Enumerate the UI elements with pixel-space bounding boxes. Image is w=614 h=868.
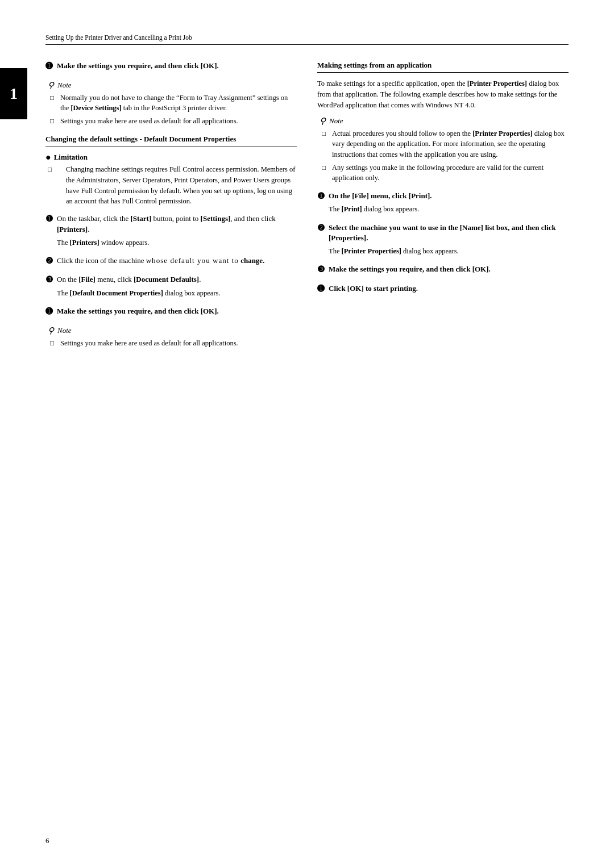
note1-title: ⚲ Note	[48, 80, 297, 90]
step4-top: ➊ Make the settings you require, and the…	[45, 61, 297, 72]
right-note-icon: ⚲	[320, 116, 326, 126]
note1-item1-text: Normally you do not have to change the “…	[60, 93, 297, 113]
limitation-block: ● Limitation □ Changing machine settings…	[45, 153, 297, 207]
right-note-item2: □ Any settings you make in the following…	[322, 162, 569, 183]
chapter-tab: 1	[0, 68, 27, 119]
note1-item1: □ Normally you do not have to change the…	[50, 93, 297, 113]
left-column: ➊ Make the settings you require, and the…	[45, 61, 297, 356]
step4-top-number: ➊	[45, 61, 55, 72]
limitation-item: □ Changing machine settings requires Ful…	[48, 164, 297, 207]
right-step4: ➊ Click [OK] to start printing.	[317, 283, 569, 295]
header-text: Setting Up the Printer Driver and Cancel…	[45, 34, 192, 41]
left-step3-result: The [Default Document Properties] dialog…	[57, 288, 297, 298]
right-note-item2-text: Any settings you make in the following p…	[332, 162, 569, 183]
note2-checkbox1: □	[50, 339, 57, 348]
right-step4-block: ➊ Click [OK] to start printing.	[317, 283, 569, 295]
note2-block: ⚲ Note □ Settings you make here are used…	[48, 326, 297, 348]
left-step2-block: ❷ Click the icon of the machine whose de…	[45, 256, 297, 267]
section-heading-default: Changing the default settings - Default …	[45, 134, 297, 147]
step4-top-text: Make the settings you require, and then …	[57, 61, 219, 72]
note1-label: Note	[57, 81, 72, 90]
note2-item1-text: Settings you make here are used as defau…	[60, 338, 238, 348]
right-step3-text: Make the settings you require, and then …	[329, 264, 491, 275]
note1-checkbox2: □	[50, 117, 57, 126]
right-step3-number: ❸	[317, 264, 326, 276]
right-step2-result: The [Printer Properties] dialog box appe…	[329, 246, 569, 256]
right-step1-block: ❶ On the [File] menu, click [Print]. The…	[317, 191, 569, 215]
note2-label: Note	[57, 326, 72, 335]
limitation-text: Changing machine settings requires Full …	[66, 164, 297, 207]
right-intro-para: To make settings for a specific applicat…	[317, 78, 569, 110]
left-step4-text: Make the settings you require, and then …	[57, 306, 219, 317]
left-step1-result: The [Printers] window appears.	[57, 237, 297, 248]
right-step4-text: Click [OK] to start printing.	[329, 283, 418, 294]
left-step3: ❸ On the [File] menu, click [Document De…	[45, 274, 297, 286]
note2-title: ⚲ Note	[48, 326, 297, 336]
left-step1: ❶ On the taskbar, click the [Start] butt…	[45, 214, 297, 235]
right-note-block: ⚲ Note □ Actual procedures you should fo…	[320, 116, 569, 183]
note1-item2-text: Settings you make here are used as defau…	[60, 116, 238, 126]
page: Setting Up the Printer Driver and Cancel…	[0, 0, 614, 868]
page-number: 6	[45, 836, 49, 845]
left-step2-number: ❷	[45, 256, 55, 267]
chapter-number: 1	[10, 85, 18, 103]
right-step2-text: Select the machine you want to use in th…	[329, 223, 569, 244]
note1-item2: □ Settings you make here are used as def…	[50, 116, 297, 126]
right-step1: ❶ On the [File] menu, click [Print].	[317, 191, 569, 202]
note2-item1: □ Settings you make here are used as def…	[50, 338, 297, 348]
limitation-label: Limitation	[54, 153, 88, 162]
left-step2-text: Click the icon of the machine whose defa…	[57, 256, 264, 266]
step4-top-block: ➊ Make the settings you require, and the…	[45, 61, 297, 72]
left-step2: ❷ Click the icon of the machine whose de…	[45, 256, 297, 267]
right-column: Making settings from an application To m…	[317, 61, 569, 356]
section-heading-text: Changing the default settings - Default …	[45, 135, 236, 143]
right-step3-block: ❸ Make the settings you require, and the…	[317, 264, 569, 276]
left-step3-text: On the [File] menu, click [Document Defa…	[57, 274, 201, 285]
right-step4-number: ➊	[317, 283, 326, 295]
limitation-checkbox: □	[48, 165, 55, 174]
step4-top-bold: Make the settings you require, and then …	[57, 61, 219, 70]
right-step2-number: ❷	[317, 223, 326, 234]
right-note-checkbox2: □	[322, 164, 329, 172]
note1-checkbox1: □	[50, 94, 57, 102]
note2-icon: ⚲	[48, 326, 54, 336]
left-step3-number: ❸	[45, 274, 55, 286]
limitation-icon: ●	[45, 153, 51, 162]
left-step4-block: ➊ Make the settings you require, and the…	[45, 306, 297, 318]
right-note-item1-text: Actual procedures you should follow to o…	[332, 128, 569, 159]
right-step1-text: On the [File] menu, click [Print].	[329, 191, 432, 202]
right-step2-block: ❷ Select the machine you want to use in …	[317, 223, 569, 257]
right-step1-result: The [Print] dialog box appears.	[329, 204, 569, 214]
right-note-item1: □ Actual procedures you should follow to…	[322, 128, 569, 159]
left-step3-block: ❸ On the [File] menu, click [Document De…	[45, 274, 297, 298]
left-step4-number: ➊	[45, 306, 55, 318]
right-note-label: Note	[329, 116, 343, 126]
page-header: Setting Up the Printer Driver and Cancel…	[45, 34, 569, 45]
left-step1-number: ❶	[45, 214, 55, 225]
right-section-heading: Making settings from an application	[317, 61, 569, 73]
right-step2: ❷ Select the machine you want to use in …	[317, 223, 569, 244]
right-step1-number: ❶	[317, 191, 326, 202]
right-note-title: ⚲ Note	[320, 116, 569, 126]
right-note-checkbox1: □	[322, 130, 329, 138]
note1-block: ⚲ Note □ Normally you do not have to cha…	[48, 80, 297, 126]
left-step1-text: On the taskbar, click the [Start] button…	[57, 214, 297, 235]
two-column-layout: ➊ Make the settings you require, and the…	[45, 61, 569, 356]
note1-icon: ⚲	[48, 80, 54, 90]
left-step1-block: ❶ On the taskbar, click the [Start] butt…	[45, 214, 297, 248]
right-step3: ❸ Make the settings you require, and the…	[317, 264, 569, 276]
limitation-title: ● Limitation	[45, 153, 297, 162]
left-step4: ➊ Make the settings you require, and the…	[45, 306, 297, 318]
right-section-heading-text: Making settings from an application	[317, 61, 432, 69]
